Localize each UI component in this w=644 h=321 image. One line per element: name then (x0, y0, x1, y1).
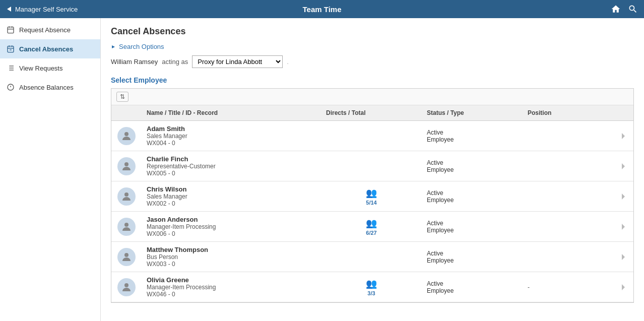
directs-badge: 👥 5/14 (366, 187, 377, 206)
avatar-cell (111, 183, 142, 210)
row-arrow-icon[interactable] (613, 188, 633, 205)
sidebar-item-cancel-absences[interactable]: Cancel Absences (0, 39, 100, 58)
cancel-icon (6, 44, 15, 53)
svg-point-24 (124, 192, 128, 197)
layout: Request Absence Cancel Absences View Req… (0, 18, 644, 321)
table-row[interactable]: Olivia Greene Manager-Item Processing WX… (111, 272, 633, 302)
back-icon (6, 6, 12, 12)
svg-point-22 (124, 162, 128, 166)
status-cell: Active Employee (422, 216, 523, 238)
name-cell: Chris Wilson Sales Manager WX002 - 0 (142, 181, 321, 211)
employee-id: WX002 - 0 (147, 200, 316, 207)
header-status: Status / Type (422, 105, 523, 120)
position-cell (523, 162, 613, 170)
directs-cell (321, 132, 422, 140)
svg-point-26 (124, 223, 128, 227)
directs-icon: 👥 (366, 278, 377, 289)
sidebar-item-request-absence[interactable]: Request Absence (0, 20, 100, 39)
acting-as-label: acting as (162, 58, 188, 66)
search-icon[interactable] (628, 4, 638, 14)
status-active: Active (427, 129, 518, 136)
status-cell: Active Employee (422, 125, 523, 147)
table-header: Name / Title / ID - Record Directs / Tot… (111, 105, 633, 121)
status-type: Employee (427, 197, 518, 204)
search-options-label: Search Options (119, 43, 164, 50)
avatar (117, 248, 136, 266)
sidebar-item-absence-balances[interactable]: Absence Balances (0, 78, 100, 97)
person-icon (120, 160, 133, 172)
svg-marker-29 (622, 254, 625, 260)
position-cell (523, 192, 613, 201)
name-cell: Olivia Greene Manager-Item Processing WX… (142, 272, 321, 302)
back-navigation[interactable]: Manager Self Service (6, 6, 78, 13)
status-type: Employee (427, 136, 518, 143)
svg-marker-0 (7, 7, 11, 12)
table-toolbar: ⇅ (111, 89, 633, 105)
avatar (117, 157, 136, 175)
svg-marker-31 (622, 284, 625, 290)
status-active: Active (427, 159, 518, 166)
employee-name: Adam Smith (147, 125, 316, 133)
table-row[interactable]: Chris Wilson Sales Manager WX002 - 0 👥 5… (111, 181, 633, 212)
top-bar: Manager Self Service Team Time (0, 0, 644, 18)
proxy-select[interactable]: Proxy for Linda Abbott (192, 55, 283, 68)
employee-name: Charlie Finch (147, 155, 316, 163)
directs-icon: 👥 (366, 218, 377, 229)
position-cell (523, 253, 613, 261)
search-options-toggle[interactable]: Search Options (111, 43, 634, 50)
table-row[interactable]: Jason Anderson Manager-Item Processing W… (111, 212, 633, 242)
app-title: Team Time (303, 5, 342, 14)
search-options-body: William Ramsey acting as Proxy for Linda… (111, 55, 634, 68)
sidebar: Request Absence Cancel Absences View Req… (0, 18, 101, 321)
svg-point-30 (124, 283, 128, 287)
employee-name: Matthew Thompson (147, 246, 316, 253)
row-arrow-icon[interactable] (613, 249, 633, 265)
position-cell (523, 223, 613, 231)
table-row[interactable]: Matthew Thompson Bus Person WX003 - 0 Ac… (111, 242, 633, 272)
row-arrow-icon[interactable] (613, 128, 633, 144)
row-arrow-icon[interactable] (613, 219, 633, 235)
status-active: Active (427, 280, 518, 287)
employee-title: Sales Manager (147, 133, 316, 140)
row-arrow-icon[interactable] (613, 279, 633, 295)
table-row[interactable]: Adam Smith Sales Manager WX004 - 0 Activ… (111, 121, 633, 151)
user-name: William Ramsey (111, 58, 158, 66)
name-cell: Adam Smith Sales Manager WX004 - 0 (142, 121, 321, 151)
avatar-cell (111, 214, 142, 240)
employee-title: Sales Manager (147, 193, 316, 200)
sidebar-cancel-absences-label: Cancel Absences (19, 45, 73, 53)
employee-name: Chris Wilson (147, 185, 316, 193)
employee-title: Manager-Item Processing (147, 284, 316, 291)
balance-icon (6, 83, 15, 92)
employee-table: ⇅ Name / Title / ID - Record Directs / T… (111, 88, 634, 303)
employee-title: Bus Person (147, 253, 316, 261)
status-type: Employee (427, 257, 518, 264)
directs-badge: 👥 6/27 (366, 218, 377, 236)
person-icon (120, 221, 133, 233)
dot-label: . (287, 58, 289, 66)
home-icon[interactable] (611, 4, 621, 14)
table-row[interactable]: Charlie Finch Representative-Customer WX… (111, 151, 633, 181)
page-title: Cancel Absences (111, 26, 634, 37)
status-type: Employee (427, 227, 518, 234)
employee-id: WX003 - 0 (147, 261, 316, 268)
employee-id: WX005 - 0 (147, 170, 316, 177)
calendar-icon (6, 25, 15, 34)
sort-button[interactable]: ⇅ (116, 92, 128, 102)
status-cell: Active Employee (422, 276, 523, 298)
directs-cell: 👥 6/27 (321, 214, 422, 240)
person-icon (120, 281, 133, 293)
main-content: Cancel Absences Search Options William R… (101, 18, 644, 321)
status-active: Active (427, 250, 518, 257)
svg-rect-1 (8, 27, 14, 33)
sidebar-item-view-requests[interactable]: View Requests (0, 58, 100, 78)
directs-cell (321, 162, 422, 170)
row-arrow-icon[interactable] (613, 158, 633, 174)
svg-marker-21 (622, 133, 625, 139)
avatar (117, 278, 136, 296)
directs-cell: 👥 3/3 (321, 274, 422, 300)
select-employee-title: Select Employee (111, 76, 634, 84)
name-cell: Charlie Finch Representative-Customer WX… (142, 151, 321, 181)
employee-title: Representative-Customer (147, 163, 316, 170)
directs-badge: 👥 3/3 (366, 278, 377, 296)
